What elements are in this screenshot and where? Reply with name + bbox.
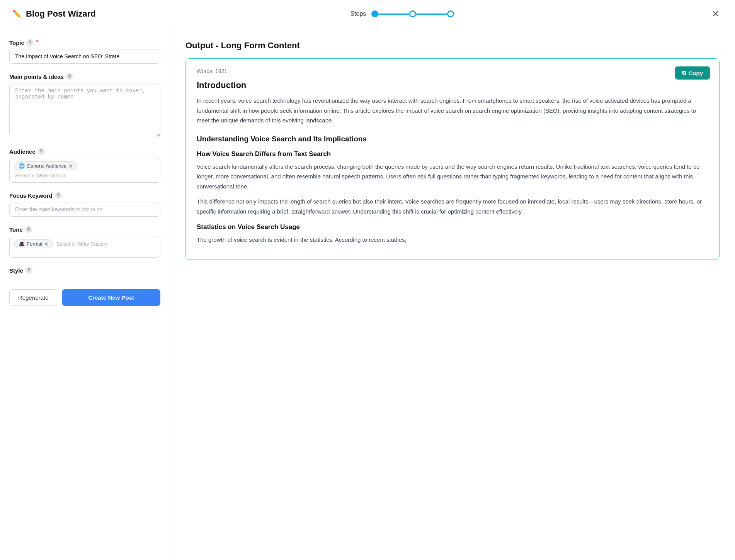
style-help-icon[interactable]: ? — [26, 267, 32, 274]
tone-tag-emoji: 🎩 — [19, 241, 25, 247]
focus-keyword-label: Focus Keyword ? — [9, 192, 160, 199]
audience-help-icon[interactable]: ? — [38, 148, 45, 155]
content-paragraph-1: Voice search fundamentally alters the se… — [197, 162, 708, 192]
style-label: Style ? — [9, 267, 160, 274]
audience-placeholder: Select or Write Custom — [14, 172, 155, 179]
topic-help-icon[interactable]: ? — [27, 39, 34, 46]
steps-track — [371, 10, 454, 17]
audience-tag: 🌐 General Audience ✕ — [14, 161, 77, 170]
topic-field: Topic ? * — [9, 39, 160, 64]
output-title: Output - Long Form Content — [185, 41, 720, 51]
focus-keyword-field: Focus Keyword ? — [9, 192, 160, 217]
content-paragraph-3: The growth of voice search is evident in… — [197, 235, 708, 245]
step-3-dot — [447, 10, 454, 17]
close-button[interactable]: ✕ — [709, 7, 723, 21]
required-indicator: * — [36, 39, 38, 46]
audience-field: Audience ? 🌐 General Audience ✕ Select o… — [9, 148, 160, 183]
main-points-help-icon[interactable]: ? — [66, 73, 73, 80]
tone-help-icon[interactable]: ? — [25, 226, 32, 233]
tone-tag-text: Formal — [27, 241, 42, 247]
main-points-label: Main points & ideas ? — [9, 73, 160, 80]
tone-tag: 🎩 Formal ✕ — [14, 239, 53, 248]
focus-keyword-help-icon[interactable]: ? — [55, 192, 62, 199]
topic-input[interactable] — [9, 49, 160, 64]
tone-tags-row: 🎩 Formal ✕ Select or Write Custom — [14, 239, 155, 248]
output-card: Words: 1921 ⧉ Copy Introduction In recen… — [185, 58, 720, 260]
tone-field: Tone ? 🎩 Formal ✕ Select or Write Custom — [9, 226, 160, 258]
audience-tag-input[interactable]: 🌐 General Audience ✕ Select or Write Cus… — [9, 158, 160, 183]
tone-tag-remove[interactable]: ✕ — [44, 241, 49, 247]
style-field: Style ? — [9, 267, 160, 277]
header-left: ✏️ Blog Post Wizard — [12, 9, 96, 19]
right-panel: Output - Long Form Content Words: 1921 ⧉… — [170, 28, 735, 560]
audience-tag-emoji: 🌐 — [19, 163, 25, 169]
content-intro-paragraph: In recent years, voice search technology… — [197, 96, 708, 126]
audience-tags-row: 🌐 General Audience ✕ — [14, 161, 155, 170]
content-heading-voice-search: Understanding Voice Search and Its Impli… — [197, 135, 708, 143]
regenerate-button[interactable]: Regenerate — [9, 289, 57, 306]
tone-tag-input[interactable]: 🎩 Formal ✕ Select or Write Custom — [9, 236, 160, 258]
copy-btn-label: Copy — [689, 70, 703, 76]
topic-label: Topic ? * — [9, 39, 160, 46]
action-buttons: Regenerate Create New Post — [9, 289, 160, 306]
audience-tag-text: General Audience — [27, 163, 66, 169]
header: ✏️ Blog Post Wizard Steps ✕ — [0, 0, 735, 28]
main-points-field: Main points & ideas ? — [9, 73, 160, 139]
step-2-dot — [409, 10, 416, 17]
left-panel: Topic ? * Main points & ideas ? Audience… — [0, 28, 170, 560]
content-heading-statistics: Statistics on Voice Search Usage — [197, 223, 708, 231]
steps-label: Steps — [350, 10, 366, 17]
page-title: Blog Post Wizard — [26, 9, 96, 19]
main-layout: Topic ? * Main points & ideas ? Audience… — [0, 28, 735, 560]
audience-tag-remove[interactable]: ✕ — [68, 163, 73, 169]
audience-label: Audience ? — [9, 148, 160, 155]
focus-keyword-input[interactable] — [9, 202, 160, 217]
pencil-icon: ✏️ — [12, 9, 22, 19]
words-count: Words: 1921 — [197, 68, 708, 74]
steps-tracker: Steps — [350, 10, 454, 17]
step-1-dot — [371, 10, 378, 17]
content-paragraph-2: This difference not only impacts the len… — [197, 197, 708, 216]
tone-label: Tone ? — [9, 226, 160, 233]
copy-icon: ⧉ — [682, 70, 686, 76]
step-line-1 — [378, 14, 409, 15]
tone-placeholder: Select or Write Custom — [55, 240, 108, 248]
content-heading-introduction: Introduction — [197, 80, 708, 90]
main-points-textarea[interactable] — [9, 83, 160, 137]
step-line-2 — [416, 14, 447, 15]
copy-button[interactable]: ⧉ Copy — [675, 66, 710, 80]
create-new-post-button[interactable]: Create New Post — [62, 289, 160, 306]
content-heading-differs: How Voice Search Differs from Text Searc… — [197, 150, 708, 158]
